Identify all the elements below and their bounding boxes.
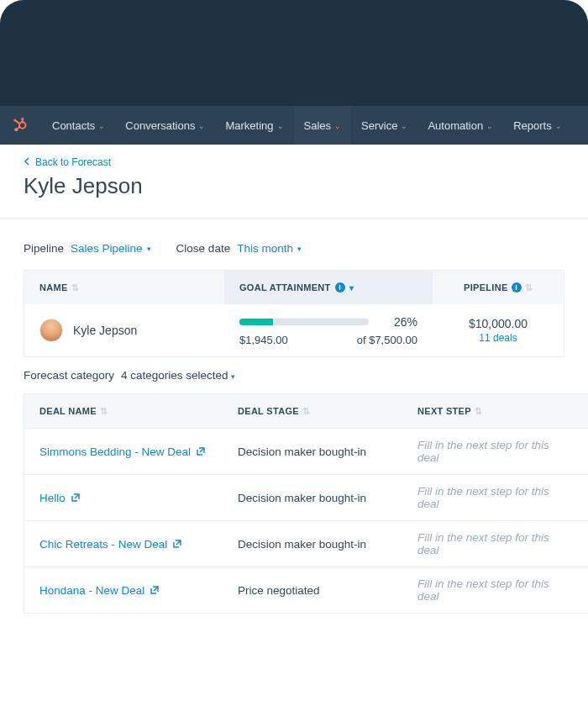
chevron-left-icon	[24, 156, 30, 168]
svg-point-4	[13, 119, 16, 122]
column-pipeline[interactable]: PIPELINE i ⇅	[433, 271, 564, 304]
svg-point-5	[21, 118, 24, 120]
closedate-filter-select[interactable]: This month ▾	[237, 242, 302, 255]
table-row: Simmons Bedding - New Deal Decision make…	[24, 428, 588, 474]
column-next-step[interactable]: NEXT STEP ⇅	[402, 394, 588, 428]
pipeline-filter-select[interactable]: Sales Pipeline ▾	[71, 242, 151, 255]
summary-row: Kyle Jepson 26% $1,945.00 of $7,500.00	[24, 304, 564, 356]
chevron-down-icon: ⌄	[555, 122, 562, 130]
deal-link[interactable]: Chic Retreats - New Deal	[24, 528, 223, 561]
goal-progress-fill	[239, 319, 273, 325]
chevron-down-icon: ⌄	[98, 122, 105, 130]
column-deal-stage[interactable]: DEAL STAGE ⇅	[223, 394, 402, 428]
deal-link[interactable]: Simmons Bedding - New Deal	[24, 435, 223, 468]
hubspot-logo-icon[interactable]	[12, 118, 29, 133]
cell-pipeline: $10,000.00 11 deals	[433, 307, 564, 354]
deal-next-step[interactable]: Fill in the next step for this deal	[402, 475, 588, 520]
cell-name: Kyle Jepson	[24, 307, 224, 354]
chevron-down-icon: ⌄	[277, 122, 284, 130]
summary-table: NAME ⇅ GOAL ATTAINMENT i ▾ PIPELINE i ⇅ …	[24, 270, 564, 357]
nav-label: Service	[361, 119, 397, 132]
user-name: Kyle Jepson	[73, 324, 137, 337]
category-filter-label: Forecast category	[24, 369, 114, 382]
deal-stage: Decision maker bought-in	[223, 482, 402, 514]
pipeline-deals-link[interactable]: 11 deals	[448, 332, 549, 344]
nav-label: Marketing	[225, 119, 273, 132]
nav-label: Automation	[428, 119, 483, 132]
deal-link[interactable]: Hondana - New Deal	[24, 574, 223, 607]
sort-icon: ⇅	[100, 407, 108, 416]
summary-header: NAME ⇅ GOAL ATTAINMENT i ▾ PIPELINE i ⇅	[24, 271, 564, 304]
external-link-icon	[71, 493, 81, 503]
nav-service[interactable]: Service⌄	[351, 106, 417, 145]
avatar	[39, 319, 63, 342]
deal-name: Simmons Bedding - New Deal	[39, 445, 191, 458]
column-name[interactable]: NAME ⇅	[24, 271, 224, 304]
category-filter-select[interactable]: 4 categories selected ▾	[121, 369, 235, 382]
nav-reports[interactable]: Reports⌄	[503, 106, 572, 145]
table-row: Hello Decision maker bought-in Fill in t…	[24, 474, 588, 520]
goal-current: $1,945.00	[239, 334, 288, 346]
info-icon[interactable]: i	[512, 282, 522, 293]
nav-label: Contacts	[52, 119, 95, 132]
goal-progress-bar	[239, 319, 369, 325]
nav-sales[interactable]: Sales⌄	[294, 106, 352, 145]
category-filter: Forecast category 4 categories selected …	[0, 357, 588, 393]
nav-conversations[interactable]: Conversations⌄	[115, 106, 215, 145]
sort-icon: ⇅	[525, 283, 533, 293]
external-link-icon	[150, 585, 160, 595]
deal-name: Chic Retreats - New Deal	[39, 538, 167, 551]
caret-down-icon: ▾	[231, 372, 235, 381]
deal-stage: Decision maker bought-in	[223, 435, 402, 468]
external-link-icon	[196, 446, 206, 456]
goal-target: of $7,500.00	[357, 334, 417, 346]
nav-label: Sales	[304, 119, 332, 132]
caret-down-icon: ▾	[147, 245, 151, 253]
nav-marketing[interactable]: Marketing⌄	[215, 106, 293, 145]
column-label: PIPELINE	[464, 282, 508, 293]
deal-next-step[interactable]: Fill in the next step for this deal	[402, 521, 588, 567]
column-label: NAME	[39, 282, 68, 293]
column-label: GOAL ATTAINMENT	[239, 282, 331, 293]
page-title: Kyle Jepson	[24, 173, 564, 199]
nav-label: Conversations	[125, 119, 195, 132]
external-link-icon	[172, 539, 182, 549]
column-goal[interactable]: GOAL ATTAINMENT i ▾	[224, 271, 433, 304]
sort-desc-icon: ▾	[349, 283, 354, 293]
caret-down-icon: ▾	[297, 245, 302, 253]
chevron-down-icon: ⌄	[334, 122, 341, 130]
chevron-down-icon: ⌄	[486, 122, 493, 130]
column-label: DEAL STAGE	[238, 406, 299, 416]
pipeline-filter-label: Pipeline	[24, 242, 64, 255]
chevron-down-icon: ⌄	[198, 122, 205, 130]
deal-name: Hondana - New Deal	[39, 584, 144, 597]
page-header: Back to Forecast Kyle Jepson	[0, 145, 588, 219]
filter-bar: Pipeline Sales Pipeline ▾ Close date Thi…	[0, 219, 588, 266]
pipeline-filter-value: Sales Pipeline	[71, 242, 143, 255]
deal-next-step[interactable]: Fill in the next step for this deal	[402, 567, 588, 613]
table-row: Chic Retreats - New Deal Decision maker …	[24, 520, 588, 567]
top-banner	[0, 0, 588, 106]
cell-goal: 26% $1,945.00 of $7,500.00	[224, 305, 433, 356]
info-icon[interactable]: i	[335, 282, 345, 293]
deal-next-step[interactable]: Fill in the next step for this deal	[402, 429, 588, 474]
backlink-label: Back to Forecast	[35, 156, 111, 168]
column-label: DEAL NAME	[39, 406, 97, 416]
closedate-filter-value: This month	[237, 242, 293, 255]
sort-icon: ⇅	[71, 283, 79, 293]
deal-link[interactable]: Hello	[24, 482, 223, 514]
deals-header: DEAL NAME ⇅ DEAL STAGE ⇅ NEXT STEP ⇅	[24, 394, 588, 428]
back-to-forecast-link[interactable]: Back to Forecast	[24, 156, 564, 168]
nav-automation[interactable]: Automation⌄	[417, 106, 503, 145]
nav-contacts[interactable]: Contacts⌄	[42, 106, 115, 145]
table-row: Hondana - New Deal Price negotiated Fill…	[24, 567, 588, 613]
closedate-filter-label: Close date	[176, 242, 231, 255]
column-label: NEXT STEP	[417, 406, 471, 416]
deal-name: Hello	[39, 492, 66, 504]
deal-stage: Decision maker bought-in	[223, 528, 402, 561]
column-deal-name[interactable]: DEAL NAME ⇅	[24, 394, 223, 428]
sort-icon: ⇅	[302, 407, 310, 416]
svg-point-0	[19, 122, 26, 129]
nav-label: Reports	[513, 119, 552, 132]
chevron-down-icon: ⌄	[401, 122, 407, 130]
